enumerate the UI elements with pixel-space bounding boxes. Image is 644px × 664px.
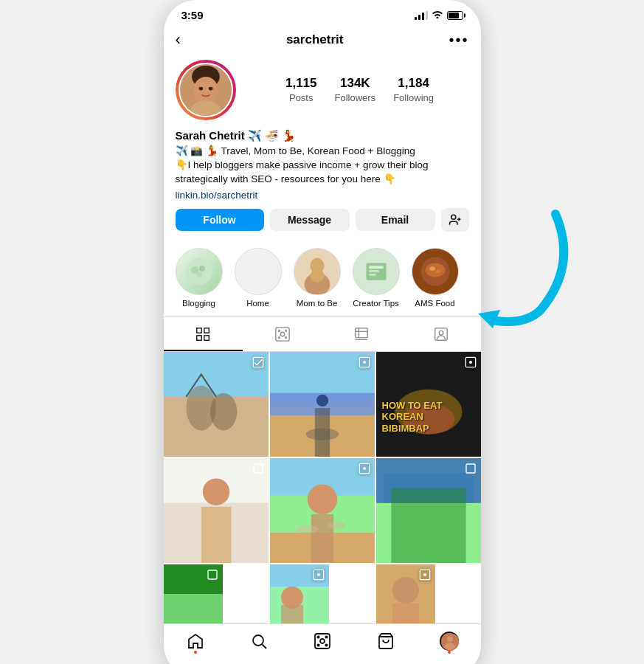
- highlight-circle-blogging: [176, 248, 223, 295]
- svg-point-11: [199, 266, 205, 272]
- svg-marker-108: [478, 310, 500, 328]
- username-header: sarchetrit: [286, 32, 343, 47]
- followers-label: Followers: [335, 92, 376, 103]
- highlight-food[interactable]: AMS Food: [412, 248, 459, 308]
- avatar-ring: [176, 60, 236, 120]
- following-label: Following: [393, 92, 434, 103]
- message-button[interactable]: Message: [270, 209, 350, 231]
- svg-point-53: [316, 394, 328, 406]
- highlight-circle-creator: [353, 248, 400, 295]
- profile-bio: ✈️ 📸 💃 Travel, Mom to Be, Korean Food + …: [176, 145, 469, 187]
- grid-item-6[interactable]: [376, 458, 481, 563]
- highlight-circle-home: [235, 248, 282, 295]
- svg-rect-81: [466, 464, 475, 473]
- reel-icon-8: [313, 569, 325, 583]
- save-icon-7: [207, 569, 218, 583]
- reel-icon-9: [419, 569, 431, 583]
- nav-profile[interactable]: [418, 632, 481, 651]
- profile-link[interactable]: linkin.bio/sarchetrit: [176, 190, 469, 201]
- highlight-home[interactable]: Home: [235, 248, 282, 308]
- grid-item-5[interactable]: [270, 458, 375, 563]
- svg-point-102: [317, 644, 319, 646]
- save-icon-6: [465, 463, 477, 477]
- svg-rect-49: [253, 357, 263, 367]
- grid-item-2[interactable]: [270, 352, 375, 457]
- reel-icon-2: [359, 356, 370, 370]
- svg-point-95: [423, 573, 426, 576]
- tab-reels[interactable]: [243, 317, 322, 351]
- svg-rect-31: [197, 336, 201, 340]
- svg-point-25: [425, 263, 445, 277]
- profile-header: ‹ sarchetrit •••: [164, 26, 481, 57]
- posts-stat[interactable]: 1,115 Posts: [285, 76, 317, 104]
- grid-item-7[interactable]: [164, 564, 223, 623]
- svg-point-73: [296, 525, 318, 533]
- action-buttons: Follow Message Email: [176, 208, 469, 232]
- phone-frame: 3:59 ‹ sarchetrit •••: [164, 0, 481, 664]
- back-button[interactable]: ‹: [176, 30, 181, 49]
- profile-dot: [448, 651, 451, 654]
- nav-shop[interactable]: [354, 632, 418, 651]
- highlight-label-mom: Mom to Be: [297, 299, 338, 308]
- reel-icon-3: [465, 356, 477, 370]
- following-count: 1,184: [393, 76, 434, 91]
- status-icons: [415, 10, 463, 21]
- follow-button[interactable]: Follow: [176, 209, 264, 231]
- grid-item-1[interactable]: [164, 352, 269, 457]
- avatar: [179, 63, 233, 117]
- svg-point-62: [469, 361, 472, 364]
- highlight-mom[interactable]: Mom to Be: [294, 248, 341, 308]
- svg-point-55: [305, 428, 339, 440]
- nav-home[interactable]: [164, 632, 227, 651]
- home-indicator: [164, 654, 481, 664]
- svg-point-35: [278, 330, 280, 331]
- svg-point-96: [253, 635, 263, 646]
- grid-item-9[interactable]: [376, 564, 435, 623]
- svg-rect-20: [369, 266, 383, 269]
- svg-point-76: [363, 467, 366, 470]
- svg-rect-66: [201, 507, 231, 563]
- add-person-button[interactable]: [441, 208, 469, 232]
- tab-tagged[interactable]: [322, 317, 402, 351]
- profile-section: 1,115 Posts 134K Followers 1,184 Followi…: [164, 57, 481, 239]
- email-button[interactable]: Email: [356, 209, 435, 231]
- nav-avatar: [440, 632, 459, 651]
- followers-stat[interactable]: 134K Followers: [335, 76, 376, 104]
- posts-label: Posts: [289, 92, 314, 103]
- svg-point-101: [325, 636, 327, 637]
- svg-rect-33: [276, 328, 289, 341]
- photo-grid: HOW TO EATKOREANBIBIMBAP: [164, 352, 481, 623]
- svg-point-38: [285, 336, 286, 338]
- svg-point-107: [445, 643, 455, 650]
- svg-point-4: [198, 87, 203, 91]
- grid-item-3[interactable]: HOW TO EATKOREANBIBIMBAP: [376, 352, 481, 457]
- svg-point-5: [208, 87, 212, 91]
- svg-point-44: [439, 331, 443, 335]
- svg-point-26: [429, 266, 435, 271]
- svg-rect-32: [204, 336, 209, 340]
- svg-point-36: [285, 330, 286, 331]
- svg-point-71: [307, 484, 337, 514]
- grid-item-4[interactable]: [164, 458, 269, 563]
- svg-rect-80: [391, 488, 465, 562]
- avatar-wrapper[interactable]: [176, 60, 236, 120]
- svg-rect-39: [356, 328, 368, 337]
- svg-point-34: [280, 332, 285, 336]
- highlight-circle-food: [412, 248, 459, 295]
- svg-rect-98: [315, 634, 330, 649]
- grid-item-8[interactable]: [270, 564, 329, 623]
- highlight-label-food: AMS Food: [415, 299, 454, 308]
- following-stat[interactable]: 1,184 Following: [393, 76, 434, 104]
- svg-point-37: [278, 336, 280, 338]
- profile-name: Sarah Chetrit ✈️ 🍜 💃: [176, 129, 469, 142]
- highlight-blogging[interactable]: Blogging: [176, 248, 223, 308]
- more-options-button[interactable]: •••: [449, 32, 468, 49]
- highlight-creator[interactable]: Creator Tips: [353, 248, 400, 308]
- followers-count: 134K: [335, 76, 376, 91]
- tab-profile-tag[interactable]: [401, 317, 481, 351]
- nav-search[interactable]: [227, 632, 291, 651]
- nav-reels[interactable]: [291, 632, 354, 651]
- posts-count: 1,115: [285, 76, 317, 91]
- tab-grid[interactable]: [164, 317, 243, 351]
- highlight-label-blogging: Blogging: [182, 299, 215, 308]
